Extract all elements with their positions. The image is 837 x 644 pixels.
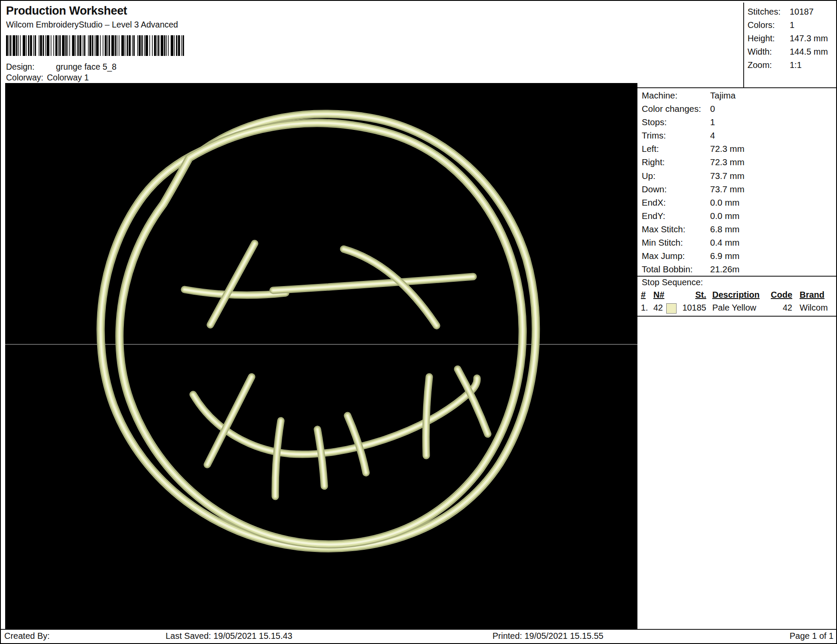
left-eye-stitching — [185, 243, 286, 325]
down-value: 73.7 mm — [710, 184, 745, 194]
face-outline-stitching — [101, 114, 536, 548]
needle-number: 42 — [653, 303, 663, 313]
down-label: Down: — [642, 184, 667, 194]
design-label: Design: — [6, 62, 34, 72]
divider — [637, 316, 836, 317]
stats-label: Colors: — [748, 20, 775, 30]
col-header-num: # — [641, 290, 646, 300]
stitch-count: 10187 — [790, 7, 814, 17]
machine-info-panel: Machine:Tajima Color changes:0 Stops:1 T… — [642, 90, 835, 277]
right-eye-stitching — [273, 249, 473, 326]
design-preview-area — [5, 83, 637, 629]
machine-value: Tajima — [710, 90, 735, 101]
right-label: Right: — [642, 157, 665, 167]
thread-code: 42 — [758, 303, 792, 313]
min-stitch-value: 0.4 mm — [710, 237, 739, 248]
zoom-level: 1:1 — [790, 60, 802, 70]
stats-label: Zoom: — [748, 60, 772, 70]
color-changes-value: 0 — [710, 104, 715, 114]
max-stitch-label: Max Stitch: — [642, 224, 685, 234]
software-subtitle: Wilcom EmbroideryStudio – Level 3 Advanc… — [6, 20, 178, 30]
max-jump-value: 6.9 mm — [710, 251, 739, 261]
left-value: 72.3 mm — [710, 144, 745, 154]
left-label: Left: — [642, 144, 659, 154]
footer-divider — [1, 629, 836, 630]
printed-timestamp: Printed: 19/05/2021 15.15.55 — [492, 631, 603, 641]
colorway-name: Colorway 1 — [47, 73, 89, 83]
stop-number: 1. — [641, 303, 648, 313]
thread-brand: Wilcom — [800, 303, 828, 313]
divider — [637, 87, 836, 88]
design-barcode — [6, 35, 187, 56]
created-by-label: Created By: — [4, 631, 50, 641]
col-header-description: Description — [712, 290, 760, 300]
total-bobbin-label: Total Bobbin: — [642, 264, 693, 274]
up-label: Up: — [642, 171, 655, 181]
endx-value: 0.0 mm — [710, 197, 739, 208]
right-value: 72.3 mm — [710, 157, 745, 167]
design-name: grunge face 5_8 — [56, 62, 117, 72]
smile-crosshatch-stitching — [207, 369, 488, 496]
trims-value: 4 — [710, 130, 715, 141]
colorway-label: Colorway: — [6, 73, 43, 83]
stop-sequence-title: Stop Sequence: — [642, 277, 703, 287]
stitch-count-cell: 10185 — [672, 303, 706, 313]
up-value: 73.7 mm — [710, 171, 745, 181]
endx-label: EndX: — [642, 197, 666, 208]
col-header-brand: Brand — [800, 290, 825, 300]
col-header-code: Code — [758, 290, 792, 300]
stops-value: 1 — [710, 117, 715, 127]
stats-label: Stitches: — [748, 7, 781, 17]
min-stitch-label: Min Stitch: — [642, 237, 683, 248]
thread-description: Pale Yellow — [712, 303, 756, 313]
page-title: Production Worksheet — [6, 4, 127, 18]
endy-value: 0.0 mm — [710, 211, 739, 221]
max-stitch-value: 6.8 mm — [710, 224, 739, 234]
color-changes-label: Color changes: — [642, 104, 701, 114]
total-bobbin-value: 21.26m — [710, 264, 739, 274]
design-width: 144.5 mm — [790, 47, 828, 57]
production-worksheet-page: Production Worksheet Wilcom EmbroiderySt… — [0, 0, 837, 644]
last-saved-timestamp: Last Saved: 19/05/2021 15.15.43 — [166, 631, 292, 641]
color-count: 1 — [790, 20, 794, 30]
page-indicator: Page 1 of 1 — [790, 631, 834, 641]
max-jump-label: Max Jump: — [642, 251, 685, 261]
design-stats-box: Stitches: 10187 Colors: 1 Height: 147.3 … — [743, 3, 836, 87]
trims-label: Trims: — [642, 130, 666, 141]
col-header-st: St. — [680, 290, 706, 300]
stats-label: Height: — [748, 34, 775, 43]
design-height: 147.3 mm — [790, 34, 828, 43]
machine-label: Machine: — [642, 90, 677, 101]
col-header-needle: N# — [653, 290, 665, 300]
endy-label: EndY: — [642, 211, 665, 221]
stats-label: Width: — [748, 47, 772, 57]
design-preview — [5, 83, 637, 629]
stops-label: Stops: — [642, 117, 667, 127]
